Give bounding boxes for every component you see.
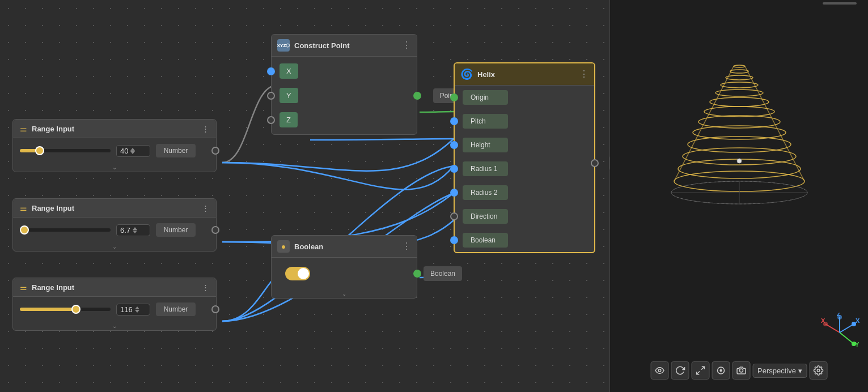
range-input-1-value: 40 [120, 147, 128, 155]
svg-line-14 [674, 66, 734, 181]
range-input-1-header: ⚌ Range Input ⋮ [13, 120, 216, 138]
range-input-3-menu[interactable]: ⋮ [202, 283, 209, 292]
range-input-3-output-port[interactable] [211, 305, 219, 313]
range-input-2-value: 6.7 [120, 226, 130, 235]
range-input-2-arrows[interactable] [133, 227, 137, 233]
helix-origin-label: Origin [463, 90, 508, 105]
range-input-2-up-arrow[interactable] [133, 227, 137, 230]
range-input-1-menu[interactable]: ⋮ [202, 125, 209, 133]
viewport-view-button[interactable] [650, 361, 668, 380]
range-input-node-1: ⚌ Range Input ⋮ 40 Number [12, 119, 217, 172]
helix-port-height-in[interactable] [450, 141, 458, 149]
construct-point-port-z-in[interactable] [267, 116, 275, 124]
viewport-toolbar: Perspective ▾ [650, 361, 828, 380]
range-input-2-output-port[interactable] [211, 226, 219, 234]
viewport-camera-button[interactable] [732, 361, 750, 380]
range-input-1-slider-row: 40 Number [20, 144, 209, 157]
range-input-2-track[interactable] [20, 228, 111, 232]
viewport-render-button[interactable] [712, 361, 730, 380]
range-input-1-value-box[interactable]: 40 [116, 145, 150, 157]
construct-point-port-y-in[interactable] [267, 92, 275, 100]
range-input-1-title: Range Input [32, 125, 197, 133]
svg-text:X: X [856, 317, 859, 324]
range-input-3-value-box[interactable]: 116 [116, 304, 150, 316]
range-input-1-expand[interactable]: ⌄ [13, 163, 216, 172]
range-input-2-menu[interactable]: ⋮ [202, 204, 209, 212]
viewport-top-bar [823, 2, 857, 5]
range-input-1-output: Number [156, 144, 196, 157]
helix-output-port[interactable] [591, 159, 599, 167]
range-input-2-down-arrow[interactable] [133, 231, 137, 233]
helix-radius1-label: Radius 1 [463, 161, 508, 176]
helix-port-boolean-in[interactable] [450, 236, 458, 244]
range-input-1-up-arrow[interactable] [130, 148, 135, 151]
helix-port-direction-in[interactable] [450, 212, 458, 220]
range-input-node-3: ⚌ Range Input ⋮ 116 Number [12, 278, 217, 331]
helix-title: Helix [477, 70, 575, 79]
helix-node: 🌀 Helix ⋮ Origin Pitch Height [454, 62, 595, 253]
range-input-3-expand[interactable]: ⌄ [13, 322, 216, 330]
svg-point-32 [658, 369, 661, 372]
helix-port-radius2: Radius 2 [455, 181, 594, 204]
range-input-3-up-arrow[interactable] [135, 306, 139, 309]
helix-port-pitch-in[interactable] [450, 117, 458, 125]
svg-point-8 [710, 97, 769, 106]
range-input-1-thumb[interactable] [35, 146, 44, 155]
viewport-fullscreen-button[interactable] [691, 361, 709, 380]
svg-line-15 [745, 66, 805, 181]
range-input-2-expand[interactable]: ⌄ [13, 242, 216, 251]
range-input-3-thumb[interactable] [71, 305, 81, 314]
helix-menu[interactable]: ⋮ [579, 70, 588, 79]
range-input-2-slider-row: 6.7 Number [20, 223, 209, 237]
construct-point-output-port[interactable] [413, 92, 421, 100]
boolean-expand[interactable]: ⌄ [272, 289, 417, 298]
range-input-2-value-box[interactable]: 6.7 [116, 224, 150, 236]
construct-point-port-z-row: Z [272, 108, 417, 132]
viewport-perspective-dropdown[interactable]: Perspective ▾ [752, 364, 807, 378]
svg-point-30 [852, 342, 856, 346]
svg-point-4 [688, 137, 791, 152]
perspective-dropdown-arrow: ▾ [798, 367, 802, 375]
range-input-3-header: ⚌ Range Input ⋮ [13, 278, 216, 297]
helix-port-origin-in[interactable] [450, 93, 458, 101]
range-input-3-down-arrow[interactable] [135, 310, 139, 313]
range-input-3-title: Range Input [32, 283, 197, 292]
svg-point-28 [852, 322, 856, 326]
boolean-toggle[interactable] [285, 267, 310, 280]
helix-visualization [660, 11, 819, 215]
helix-boolean-label: Boolean [463, 233, 508, 248]
range-input-1-arrows[interactable] [130, 148, 135, 154]
viewport: X X Y Z [609, 0, 868, 392]
range-input-node-2: ⚌ Range Input ⋮ 6.7 Number [12, 198, 217, 252]
range-input-1-output-port[interactable] [211, 147, 219, 155]
boolean-menu[interactable]: ⋮ [402, 242, 411, 251]
range-input-3-track[interactable] [20, 308, 111, 311]
helix-icon: 🌀 [460, 68, 473, 80]
svg-point-36 [719, 369, 722, 372]
svg-point-10 [721, 82, 758, 88]
range-input-2-title: Range Input [32, 204, 197, 212]
range-input-3-value: 116 [120, 305, 133, 314]
construct-point-menu[interactable]: ⋮ [402, 41, 411, 50]
helix-port-radius2-in[interactable] [450, 189, 458, 197]
construct-point-port-z-label: Z [280, 112, 298, 127]
range-input-3-slider-row: 116 Number [20, 302, 209, 316]
boolean-icon: ● [277, 240, 290, 253]
construct-point-port-x-row: X [272, 59, 417, 83]
range-input-2-thumb[interactable] [20, 225, 29, 235]
helix-port-radius1-in[interactable] [450, 165, 458, 173]
svg-point-38 [818, 369, 820, 372]
construct-point-port-x-in[interactable] [267, 67, 275, 75]
viewport-refresh-button[interactable] [671, 361, 689, 380]
boolean-output-port[interactable] [413, 270, 421, 278]
viewport-settings-button[interactable] [810, 361, 828, 380]
svg-line-34 [696, 372, 699, 374]
range-input-1-down-arrow[interactable] [130, 151, 135, 154]
node-canvas[interactable]: ⚌ Range Input ⋮ 40 Number [0, 0, 609, 392]
range-input-1-track[interactable] [20, 149, 111, 152]
helix-pitch-label: Pitch [463, 114, 508, 129]
construct-point-port-x-label: X [280, 63, 298, 79]
svg-point-19 [737, 159, 742, 163]
svg-line-20 [840, 324, 854, 333]
range-input-3-arrows[interactable] [135, 306, 139, 313]
